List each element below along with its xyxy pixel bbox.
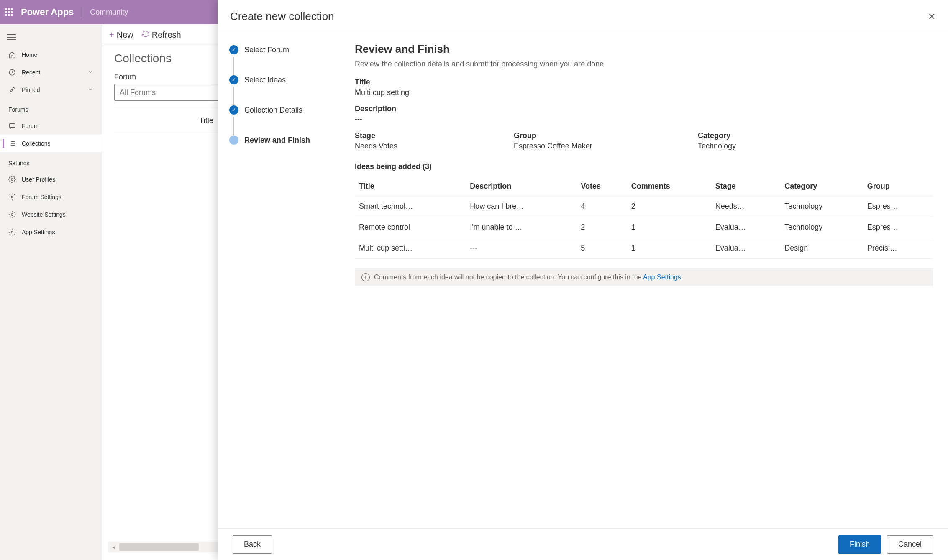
chevron-down-icon: [87, 87, 93, 94]
gear-icon: [8, 193, 16, 201]
nav-user-profiles[interactable]: User Profiles: [0, 171, 102, 188]
svg-point-4: [11, 214, 13, 216]
svg-point-5: [11, 231, 13, 233]
cancel-button[interactable]: Cancel: [887, 535, 933, 554]
category-field-label: Category: [698, 131, 823, 140]
cell-votes: 2: [576, 217, 627, 238]
app-launcher-icon[interactable]: [5, 8, 13, 16]
nav-pinned[interactable]: Pinned: [0, 81, 102, 99]
cell-stage: Needs…: [711, 196, 780, 217]
chevron-down-icon: [87, 69, 93, 76]
cell-comments: 2: [627, 196, 711, 217]
finish-button[interactable]: Finish: [838, 535, 881, 554]
gear-icon: [8, 211, 16, 218]
nav-item-label: User Profiles: [22, 176, 55, 183]
nav-item-label: Home: [22, 51, 37, 58]
step-label: Review and Finish: [244, 136, 310, 145]
nav-app-settings[interactable]: App Settings: [0, 223, 102, 241]
step-label: Collection Details: [244, 106, 302, 115]
nav-forum[interactable]: Forum: [0, 117, 102, 135]
wizard-stepper: ✓ Select Forum ✓ Select Ideas ✓ Collecti…: [218, 33, 351, 528]
new-button[interactable]: + New: [109, 30, 133, 40]
svg-point-2: [11, 179, 13, 181]
check-icon: ✓: [229, 75, 238, 84]
col-stage: Stage: [711, 177, 780, 196]
nav-collections[interactable]: Collections: [0, 135, 102, 152]
review-section: Review and Finish Review the collection …: [351, 33, 948, 528]
review-subheading: Review the collection details and submit…: [355, 60, 933, 69]
step-label: Select Forum: [244, 46, 289, 54]
clock-icon: [8, 69, 16, 76]
check-icon: ✓: [229, 45, 238, 54]
info-icon: i: [361, 273, 370, 281]
table-header-row: Title Description Votes Comments Stage C…: [355, 177, 933, 196]
stage-field-value: Needs Votes: [355, 142, 480, 151]
group-field-label: Group: [514, 131, 664, 140]
home-icon: [8, 51, 16, 59]
info-message: Comments from each idea will not be copi…: [374, 274, 643, 281]
nav-item-label: Pinned: [22, 87, 40, 93]
title-field-label: Title: [355, 78, 933, 87]
refresh-button[interactable]: Refresh: [142, 30, 181, 40]
table-row[interactable]: Remote control I'm unable to … 2 1 Evalu…: [355, 217, 933, 238]
app-subtitle: Community: [90, 8, 128, 17]
cell-title: Multi cup setti…: [355, 238, 466, 259]
svg-rect-1: [9, 124, 15, 128]
gear-icon: [8, 228, 16, 236]
divider: [82, 7, 82, 18]
group-field-value: Espresso Coffee Maker: [514, 142, 664, 151]
nav-item-label: Recent: [22, 69, 40, 76]
cell-title: Smart technol…: [355, 196, 466, 217]
info-bar: i Comments from each idea will not be co…: [355, 268, 933, 286]
current-step-icon: [229, 136, 238, 145]
close-icon[interactable]: ✕: [928, 11, 935, 22]
nav-website-settings[interactable]: Website Settings: [0, 206, 102, 223]
cell-category: Technology: [780, 196, 863, 217]
scroll-left-icon[interactable]: ◂: [108, 544, 118, 550]
panel-footer: Back Finish Cancel: [218, 528, 948, 560]
cell-group: Espres…: [863, 196, 933, 217]
cell-desc: ---: [466, 238, 576, 259]
nav-item-label: App Settings: [22, 229, 55, 235]
app-settings-link[interactable]: App Settings: [643, 274, 681, 281]
nav-item-label: Website Settings: [22, 211, 66, 218]
nav-recent[interactable]: Recent: [0, 64, 102, 81]
panel-header: Create new collection ✕: [218, 0, 948, 33]
cell-comments: 1: [627, 217, 711, 238]
cmd-label: New: [117, 30, 133, 40]
list-icon: [8, 140, 16, 147]
nav-group-settings: Settings: [0, 152, 102, 171]
left-nav: Home Recent Pinned Forums Forum Collecti…: [0, 24, 102, 560]
cell-comments: 1: [627, 238, 711, 259]
nav-forum-settings[interactable]: Forum Settings: [0, 188, 102, 206]
table-row[interactable]: Smart technol… How can I bre… 4 2 Needs……: [355, 196, 933, 217]
col-group: Group: [863, 177, 933, 196]
step-review-finish[interactable]: Review and Finish: [229, 136, 343, 145]
col-comments: Comments: [627, 177, 711, 196]
create-collection-panel: Create new collection ✕ ✓ Select Forum ✓…: [218, 0, 948, 560]
cell-votes: 4: [576, 196, 627, 217]
cell-votes: 5: [576, 238, 627, 259]
panel-title: Create new collection: [230, 10, 334, 23]
nav-item-label: Forum Settings: [22, 194, 61, 200]
cell-group: Precisi…: [863, 238, 933, 259]
app-name: Power Apps: [21, 7, 74, 18]
scroll-thumb[interactable]: [119, 543, 199, 551]
nav-group-forums: Forums: [0, 99, 102, 117]
review-heading: Review and Finish: [355, 43, 933, 56]
svg-point-3: [11, 196, 13, 198]
hamburger-icon[interactable]: [0, 28, 102, 46]
col-title: Title: [355, 177, 466, 196]
cell-desc: How can I bre…: [466, 196, 576, 217]
back-button[interactable]: Back: [233, 535, 272, 554]
step-select-ideas[interactable]: ✓ Select Ideas: [229, 75, 343, 84]
step-collection-details[interactable]: ✓ Collection Details: [229, 105, 343, 115]
cell-group: Espres…: [863, 217, 933, 238]
nav-home[interactable]: Home: [0, 46, 102, 64]
info-text: Comments from each idea will not be copi…: [374, 274, 683, 281]
ideas-table: Title Description Votes Comments Stage C…: [355, 177, 933, 259]
step-select-forum[interactable]: ✓ Select Forum: [229, 45, 343, 54]
summary-row: Stage Needs Votes Group Espresso Coffee …: [355, 131, 933, 158]
pin-icon: [8, 86, 16, 94]
table-row[interactable]: Multi cup setti… --- 5 1 Evalua… Design …: [355, 238, 933, 259]
